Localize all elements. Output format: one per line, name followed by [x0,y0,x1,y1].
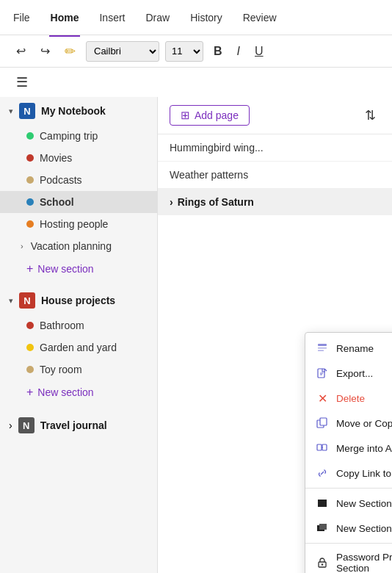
page-hummingbird[interactable]: Hummingbird wing... [158,134,392,162]
highlighter-button[interactable]: ✏ [60,40,80,62]
add-page-bar: ⊞ Add page ⇅ [158,97,392,134]
italic-button[interactable]: I [233,42,244,61]
svg-rect-0 [318,344,327,346]
link-icon [316,466,329,480]
ctx-divider-1 [305,488,392,489]
redo-button[interactable]: ↪ [36,41,54,61]
menu-review[interactable]: Review [242,9,278,26]
section-color-dot [26,366,34,373]
section-label: Vacation planning [31,240,112,252]
ring-header-label: Rings of Saturn [178,196,254,208]
page-weather-patterns[interactable]: Weather patterns [158,162,392,189]
notebook-house-projects[interactable]: ▾ N House projects [0,286,157,314]
menu-bar: File Home Insert Draw History Review [0,0,392,35]
new-section-icon [316,497,329,510]
section-hosting-people[interactable]: Hosting people [0,213,157,235]
section-podcasts[interactable]: Podcasts [0,169,157,191]
ctx-new-section[interactable]: New Section [305,491,392,516]
ctx-password-protect[interactable]: Password Protect This Section [305,546,392,573]
ctx-move-copy[interactable]: Move or Copy... [305,411,392,436]
new-section-label: New section [37,386,93,398]
menu-file[interactable]: File [12,9,32,26]
section-color-dot [26,132,34,140]
sidebar: ▾ N My Notebook Camping trip Movies Podc… [0,97,158,573]
notebook-icon-house-projects: N [19,292,35,309]
export-icon [316,367,329,380]
font-size-selector[interactable]: 11 [165,41,203,62]
notebook-icon-travel-journal: N [18,417,35,433]
notebook-title-travel-journal: Travel journal [40,419,107,431]
new-section-my-notebook[interactable]: + New section [0,257,157,281]
notebook-my-notebook[interactable]: ▾ N My Notebook [0,97,157,125]
chevron-down-icon: ▾ [9,296,13,306]
section-color-dot [26,176,34,184]
ctx-new-section-group-label: New Section Group [336,523,392,534]
bold-button[interactable]: B [209,42,227,61]
password-icon [316,556,329,569]
section-color-dot [26,344,34,351]
ctx-new-section-group[interactable]: New Section Group [305,516,392,541]
hamburger-button[interactable]: ☰ [12,71,32,93]
notebook-icon-my-notebook: N [19,103,35,119]
section-bathroom[interactable]: Bathroom [0,314,157,336]
ctx-delete[interactable]: ✕ Delete [305,386,392,411]
ctx-password-label: Password Protect This Section [336,552,392,573]
sort-button[interactable]: ⇅ [360,104,380,126]
ctx-divider-2 [305,543,392,544]
merge-icon [316,442,329,455]
section-garden-and-yard[interactable]: Garden and yard [0,336,157,358]
add-page-button[interactable]: ⊞ Add page [170,105,250,126]
content-area: ⊞ Add page ⇅ Hummingbird wing... Weather… [158,97,392,573]
section-label: Movies [40,152,72,164]
menu-home[interactable]: Home [49,9,81,26]
rename-icon [316,342,329,355]
menu-insert[interactable]: Insert [98,9,126,26]
move-icon [316,417,329,430]
section-camping-trip[interactable]: Camping trip [0,125,157,147]
ctx-copy-link[interactable]: Copy Link to Section [305,461,392,486]
section-label: Podcasts [40,174,82,186]
font-selector[interactable]: Cailbri [86,41,159,62]
svg-rect-8 [318,500,327,507]
section-label: Bathroom [40,320,84,331]
ctx-rename-label: Rename [336,343,374,354]
new-section-label: New section [37,263,93,275]
ctx-export[interactable]: Export... [305,361,392,386]
svg-rect-6 [317,444,322,450]
svg-point-12 [322,563,323,565]
ctx-rename[interactable]: Rename [305,336,392,361]
new-section-house-projects[interactable]: + New section [0,381,157,404]
underline-button[interactable]: U [250,42,268,61]
section-label: School [40,196,74,208]
section-color-dot [26,322,34,329]
menu-draw[interactable]: Draw [144,9,171,26]
section-toy-room[interactable]: Toy room [0,358,157,381]
ctx-merge[interactable]: Merge into Another Section... [305,436,392,461]
ctx-delete-label: Delete [336,393,365,404]
undo-button[interactable]: ↩ [12,41,30,61]
section-label: Hosting people [40,218,108,230]
add-page-label: Add page [195,109,239,121]
section-label: Garden and yard [40,342,117,353]
section-school[interactable]: School [0,191,157,213]
notebook-title-house-projects: House projects [41,295,115,306]
chevron-down-icon: ▾ [9,107,13,116]
section-label: Camping trip [40,130,98,142]
section-label: Toy room [40,364,82,375]
ctx-new-section-label: New Section [336,498,392,509]
chevron-right-icon: › [9,419,12,431]
section-movies[interactable]: Movies [0,147,157,169]
toolbar: ↩ ↪ ✏ Cailbri 11 B I U [0,35,392,68]
svg-rect-1 [318,347,327,349]
section-vacation-planning[interactable]: › Vacation planning [0,235,157,257]
notebook-travel-journal[interactable]: › N Travel journal [0,410,157,441]
section-color-dot [26,220,34,228]
ctx-export-label: Export... [336,368,373,379]
notebook-title-my-notebook: My Notebook [41,105,106,117]
section-color-dot [26,154,34,162]
ctx-merge-label: Merge into Another Section... [336,443,392,454]
ring-of-saturn-header[interactable]: › Rings of Saturn [158,189,392,215]
menu-history[interactable]: History [189,9,224,26]
plus-icon: + [26,262,33,275]
ctx-copy-link-label: Copy Link to Section [336,468,392,479]
